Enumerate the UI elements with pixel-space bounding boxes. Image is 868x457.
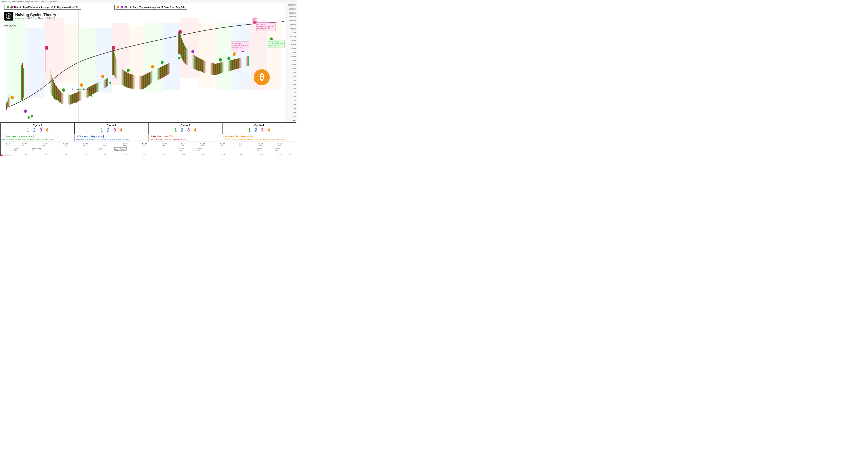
legend-left: Bitcoin Tops/Bottoms = Average +/- 21 Da… [4,5,82,9]
svg-text:2022: 2022 [221,154,225,156]
svg-rect-187 [222,62,223,73]
svg-rect-65 [82,90,82,100]
svg-rect-26 [12,90,12,100]
svg-rect-62 [79,91,79,101]
svg-text:2023: 2023 [258,145,262,146]
svg-rect-140 [165,65,166,76]
svg-rect-86 [104,79,104,88]
svg-rect-177 [212,63,213,75]
svg-text:2013: 2013 [63,145,66,146]
svg-rect-174 [209,62,209,74]
svg-rect-44 [59,90,60,103]
svg-rect-97 [120,68,120,84]
svg-point-231 [179,30,182,34]
svg-rect-165 [199,58,200,71]
svg-rect-185 [220,63,221,73]
svg-rect-139 [164,65,165,77]
legend-left-label: Bitcoin Tops/Bottoms = Average +/- 21 Da… [14,6,79,8]
svg-rect-68 [85,89,85,98]
svg-rect-100 [123,70,124,87]
svg-rect-158 [192,54,192,68]
svg-text:2015: 2015 [103,145,106,146]
svg-rect-75 [92,85,93,94]
svg-text:↑: ↑ [180,56,181,59]
svg-rect-208 [245,57,245,66]
svg-rect-12 [180,18,199,78]
svg-text:2015: 2015 [97,150,100,151]
svg-rect-206 [243,57,243,67]
svg-point-219 [101,75,104,78]
x-axis-bar: 2011 2012 2013 2014 2015 2016 2017 2018 … [1,153,296,156]
svg-rect-152 [185,46,186,64]
svg-point-225 [127,68,130,72]
svg-rect-211 [248,56,249,66]
svg-rect-71 [88,87,89,97]
svg-rect-210 [247,56,248,66]
svg-point-238 [270,37,273,41]
cycle-1-block: Cycle 1 1 2 3 4 [1,123,75,134]
svg-rect-23 [8,98,9,106]
green-year-box: 1 Green Year = Accumulation Best Cycle B… [1,134,74,141]
svg-rect-169 [204,60,204,73]
svg-rect-150 [183,43,184,62]
pink-dot [10,6,13,8]
svg-rect-161 [195,56,195,70]
cycle-2-title: Cycle 2 [76,124,147,127]
author: CryptoCon [4,24,18,27]
svg-rect-188 [223,62,224,72]
svg-rect-46 [61,93,62,104]
svg-rect-47 [63,93,63,104]
svg-rect-28 [21,65,22,100]
orange-dot [117,6,119,8]
svg-text:2021: 2021 [202,154,205,156]
svg-point-226 [151,65,154,68]
svg-rect-57 [73,94,74,103]
svg-rect-126 [151,72,151,84]
svg-point-237 [253,20,256,24]
svg-text:Next Cycle Top ≈: Next Cycle Top ≈ [257,24,267,26]
svg-text:2011: 2011 [13,150,17,151]
svg-point-233 [219,58,222,61]
svg-text:↑: ↑ [28,116,29,120]
svg-rect-143 [168,63,169,74]
cycle-1-numbers: 1 2 3 4 [3,127,73,133]
svg-text:₿: ₿ [259,72,264,82]
svg-rect-180 [215,64,216,75]
svg-rect-117 [141,76,142,89]
svg-rect-136 [161,67,162,78]
x-axis-svg: 2011 2012 2013 2014 2015 2016 2017 2018 … [1,153,296,156]
main-container: CryptoCon_ published on TradingView.com,… [0,0,297,157]
svg-rect-122 [146,74,147,87]
svg-rect-195 [231,60,231,70]
svg-rect-72 [89,87,90,96]
svg-rect-94 [117,60,117,79]
svg-rect-89 [107,78,107,86]
svg-rect-202 [239,58,239,68]
svg-rect-209 [246,57,246,66]
svg-rect-157 [191,53,191,68]
chart-area: Bitcoin Tops/Bottoms = Average +/- 21 Da… [0,3,297,122]
svg-text:2026: 2026 [288,154,291,156]
svg-rect-8 [112,23,129,85]
chart-svg: Bottom After First Early Top 138k Next E… [0,3,285,122]
svg-rect-153 [186,48,187,65]
svg-text:↑: ↑ [110,75,112,79]
svg-rect-118 [142,75,143,89]
svg-rect-111 [134,75,135,89]
svg-rect-99 [122,69,123,85]
svg-rect-120 [144,75,145,89]
svg-rect-41 [56,87,57,100]
svg-rect-198 [234,59,235,69]
svg-rect-95 [118,64,118,81]
svg-rect-33 [48,53,48,75]
svg-text:July 9th,: July 9th, [13,148,19,150]
svg-marker-230 [184,54,186,57]
svg-rect-84 [102,81,102,89]
green-dot [6,6,9,8]
orange-year-desc: Price becomes undervalued and enters a d… [223,138,294,140]
svg-rect-132 [157,69,157,80]
green-year-desc: Best Cycle Buying Prices | Return to Med… [2,138,73,140]
svg-text:2017: 2017 [143,145,146,146]
y-axis: 260000.00 96000.00 58500.00 20500.00 125… [285,3,297,122]
svg-rect-63 [80,91,80,101]
